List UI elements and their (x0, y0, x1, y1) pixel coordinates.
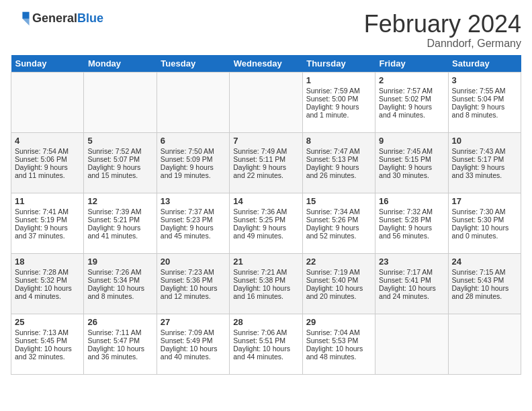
daylight-text: Daylight: 9 hours and 33 minutes. (452, 163, 517, 179)
calendar-cell: 8Sunrise: 7:47 AMSunset: 5:13 PMDaylight… (302, 132, 375, 193)
daylight-text: Daylight: 9 hours and 4 minutes. (379, 103, 444, 119)
daylight-text: Daylight: 10 hours and 24 minutes. (379, 284, 444, 300)
calendar-cell: 12Sunrise: 7:39 AMSunset: 5:21 PMDayligh… (84, 193, 157, 253)
sunset-text: Sunset: 5:36 PM (161, 276, 226, 284)
daylight-text: Daylight: 9 hours and 49 minutes. (233, 224, 298, 240)
sunrise-text: Sunrise: 7:26 AM (87, 268, 152, 276)
calendar-cell (375, 314, 448, 374)
sunrise-text: Sunrise: 7:39 AM (87, 208, 152, 216)
daylight-text: Daylight: 10 hours and 32 minutes. (15, 345, 80, 361)
sunset-text: Sunset: 5:26 PM (306, 216, 371, 224)
calendar-cell: 21Sunrise: 7:21 AMSunset: 5:38 PMDayligh… (230, 253, 302, 314)
day-number: 3 (452, 75, 517, 85)
daylight-text: Daylight: 9 hours and 45 minutes. (161, 224, 226, 240)
daylight-text: Daylight: 9 hours and 41 minutes. (87, 224, 152, 240)
main-title: February 2024 (364, 11, 521, 38)
sunset-text: Sunset: 5:09 PM (161, 155, 226, 163)
calendar-table: SundayMondayTuesdayWednesdayThursdayFrid… (11, 55, 521, 375)
calendar-cell: 20Sunrise: 7:23 AMSunset: 5:36 PMDayligh… (157, 253, 229, 314)
daylight-text: Daylight: 10 hours and 20 minutes. (306, 284, 371, 300)
daylight-text: Daylight: 10 hours and 4 minutes. (15, 284, 80, 300)
day-number: 17 (452, 196, 517, 206)
daylight-text: Daylight: 9 hours and 26 minutes. (306, 163, 371, 179)
sunset-text: Sunset: 5:45 PM (15, 336, 80, 345)
calendar-cell: 14Sunrise: 7:36 AMSunset: 5:25 PMDayligh… (230, 193, 302, 253)
sunrise-text: Sunrise: 7:23 AM (161, 268, 226, 276)
sunrise-text: Sunrise: 7:15 AM (452, 268, 517, 276)
daylight-text: Daylight: 9 hours and 52 minutes. (306, 224, 371, 240)
sunrise-text: Sunrise: 7:47 AM (306, 147, 371, 155)
logo-blue: Blue (77, 11, 103, 25)
sunrise-text: Sunrise: 7:21 AM (233, 268, 298, 276)
day-number: 1 (306, 75, 371, 85)
sunrise-text: Sunrise: 7:45 AM (379, 147, 444, 155)
sunrise-text: Sunrise: 7:43 AM (452, 147, 517, 155)
sunrise-text: Sunrise: 7:57 AM (379, 87, 444, 95)
week-row-4: 18Sunrise: 7:28 AMSunset: 5:32 PMDayligh… (11, 253, 521, 314)
daylight-text: Daylight: 10 hours and 28 minutes. (452, 284, 517, 300)
col-header-wednesday: Wednesday (230, 55, 302, 73)
daylight-text: Daylight: 10 hours and 16 minutes. (233, 284, 298, 300)
calendar-cell: 25Sunrise: 7:13 AMSunset: 5:45 PMDayligh… (11, 314, 84, 374)
sunset-text: Sunset: 5:32 PM (15, 276, 80, 284)
day-number: 12 (87, 196, 152, 206)
daylight-text: Daylight: 10 hours and 36 minutes. (87, 345, 152, 361)
sunset-text: Sunset: 5:47 PM (87, 336, 152, 345)
sunset-text: Sunset: 5:51 PM (233, 336, 298, 345)
col-header-thursday: Thursday (302, 55, 375, 73)
calendar-cell (84, 72, 157, 132)
daylight-text: Daylight: 10 hours and 0 minutes. (452, 224, 517, 240)
day-number: 29 (306, 317, 371, 327)
sunset-text: Sunset: 5:00 PM (306, 95, 371, 103)
sunrise-text: Sunrise: 7:28 AM (15, 268, 80, 276)
sunset-text: Sunset: 5:25 PM (233, 216, 298, 224)
day-number: 16 (379, 196, 444, 206)
sunset-text: Sunset: 5:17 PM (452, 155, 517, 163)
sunrise-text: Sunrise: 7:49 AM (233, 147, 298, 155)
calendar-cell: 13Sunrise: 7:37 AMSunset: 5:23 PMDayligh… (157, 193, 229, 253)
sunset-text: Sunset: 5:11 PM (233, 155, 298, 163)
sunrise-text: Sunrise: 7:54 AM (15, 147, 80, 155)
calendar-cell: 9Sunrise: 7:45 AMSunset: 5:15 PMDaylight… (375, 132, 448, 193)
calendar-cell: 6Sunrise: 7:50 AMSunset: 5:09 PMDaylight… (157, 132, 229, 193)
day-number: 6 (161, 136, 226, 146)
week-row-3: 11Sunrise: 7:41 AMSunset: 5:19 PMDayligh… (11, 193, 521, 253)
daylight-text: Daylight: 9 hours and 11 minutes. (15, 163, 80, 179)
logo: GeneralBlue (11, 11, 103, 26)
daylight-text: Daylight: 9 hours and 19 minutes. (161, 163, 226, 179)
calendar-cell: 29Sunrise: 7:04 AMSunset: 5:53 PMDayligh… (302, 314, 375, 374)
day-number: 10 (452, 136, 517, 146)
sunrise-text: Sunrise: 7:32 AM (379, 208, 444, 216)
sunrise-text: Sunrise: 7:19 AM (306, 268, 371, 276)
daylight-text: Daylight: 10 hours and 8 minutes. (87, 284, 152, 300)
col-header-sunday: Sunday (11, 55, 84, 73)
calendar-cell: 22Sunrise: 7:19 AMSunset: 5:40 PMDayligh… (302, 253, 375, 314)
week-row-5: 25Sunrise: 7:13 AMSunset: 5:45 PMDayligh… (11, 314, 521, 374)
sunset-text: Sunset: 5:43 PM (452, 276, 517, 284)
daylight-text: Daylight: 9 hours and 22 minutes. (233, 163, 298, 179)
calendar-cell: 5Sunrise: 7:52 AMSunset: 5:07 PMDaylight… (84, 132, 157, 193)
col-header-tuesday: Tuesday (157, 55, 229, 73)
day-number: 11 (15, 196, 80, 206)
day-number: 26 (87, 317, 152, 327)
sunset-text: Sunset: 5:40 PM (306, 276, 371, 284)
sunset-text: Sunset: 5:30 PM (452, 216, 517, 224)
sunset-text: Sunset: 5:34 PM (87, 276, 152, 284)
logo-text: GeneralBlue (32, 11, 103, 26)
sunrise-text: Sunrise: 7:11 AM (87, 328, 152, 336)
sunset-text: Sunset: 5:53 PM (306, 336, 371, 345)
day-number: 5 (87, 136, 152, 146)
calendar-cell: 19Sunrise: 7:26 AMSunset: 5:34 PMDayligh… (84, 253, 157, 314)
sunset-text: Sunset: 5:13 PM (306, 155, 371, 163)
sunset-text: Sunset: 5:19 PM (15, 216, 80, 224)
calendar-cell: 27Sunrise: 7:09 AMSunset: 5:49 PMDayligh… (157, 314, 229, 374)
week-row-2: 4Sunrise: 7:54 AMSunset: 5:06 PMDaylight… (11, 132, 521, 193)
daylight-text: Daylight: 10 hours and 40 minutes. (161, 345, 226, 361)
day-number: 22 (306, 257, 371, 267)
daylight-text: Daylight: 9 hours and 30 minutes. (379, 163, 444, 179)
day-number: 14 (233, 196, 298, 206)
sunrise-text: Sunrise: 7:50 AM (161, 147, 226, 155)
svg-marker-1 (22, 12, 29, 19)
sunrise-text: Sunrise: 7:52 AM (87, 147, 152, 155)
day-number: 20 (161, 257, 226, 267)
